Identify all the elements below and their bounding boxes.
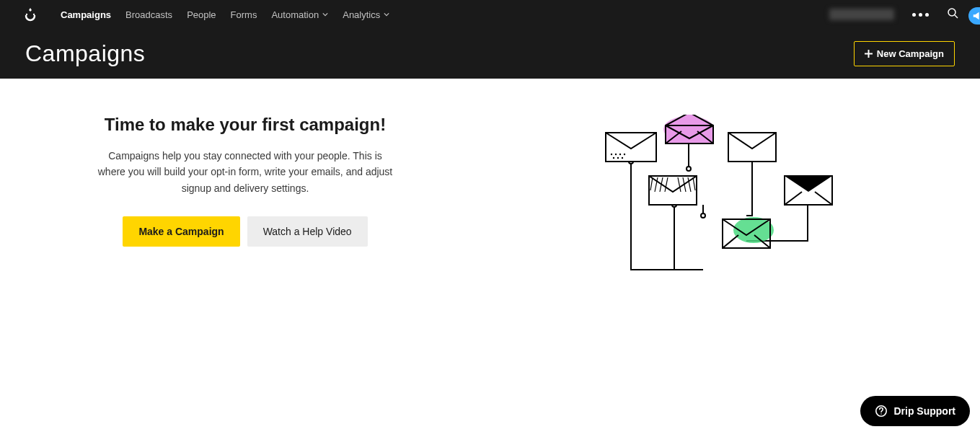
watch-video-button[interactable]: Watch a Help Video — [247, 216, 368, 247]
search-button[interactable] — [947, 7, 958, 22]
empty-description: Campaigns help you stay connected with y… — [94, 148, 397, 196]
svg-point-0 — [26, 14, 27, 15]
svg-point-18 — [623, 154, 624, 155]
main-nav: Campaigns Broadcasts People Forms Automa… — [61, 9, 389, 20]
svg-point-36 — [881, 413, 882, 414]
nav-forms[interactable]: Forms — [231, 9, 257, 20]
svg-point-20 — [617, 157, 618, 159]
empty-heading: Time to make your first campaign! — [29, 115, 462, 135]
nav-automation[interactable]: Automation — [271, 9, 328, 20]
nav-people[interactable]: People — [187, 9, 216, 20]
subheader: Campaigns New Campaign — [0, 29, 980, 79]
svg-rect-22 — [666, 125, 713, 144]
plus-icon — [865, 50, 873, 58]
svg-point-15 — [610, 154, 612, 155]
megaphone-icon — [972, 11, 980, 21]
announcement-bubble[interactable] — [968, 7, 980, 25]
help-icon — [875, 405, 888, 418]
svg-point-21 — [621, 157, 622, 159]
svg-point-19 — [612, 157, 614, 159]
support-button[interactable]: Drip Support — [860, 396, 970, 426]
nav-broadcasts[interactable]: Broadcasts — [125, 9, 172, 20]
more-menu[interactable] — [912, 13, 929, 17]
svg-point-1 — [33, 14, 35, 15]
svg-point-17 — [619, 154, 620, 155]
svg-point-2 — [948, 9, 955, 16]
cta-row: Make a Campaign Watch a Help Video — [29, 216, 462, 247]
svg-line-3 — [955, 15, 958, 18]
nav-campaigns[interactable]: Campaigns — [61, 9, 111, 20]
drip-logo[interactable] — [22, 6, 39, 23]
search-icon — [947, 7, 958, 19]
main-content: Time to make your first campaign! Campai… — [0, 79, 980, 281]
empty-illustration — [490, 115, 951, 281]
chevron-down-icon — [322, 12, 328, 17]
svg-point-9 — [701, 213, 705, 218]
topbar-right — [829, 7, 958, 22]
svg-point-7 — [687, 167, 691, 171]
topbar: Campaigns Broadcasts People Forms Automa… — [0, 0, 980, 29]
make-campaign-button[interactable]: Make a Campaign — [123, 216, 239, 247]
new-campaign-button[interactable]: New Campaign — [854, 41, 955, 66]
app-header: Campaigns Broadcasts People Forms Automa… — [0, 0, 980, 79]
nav-analytics[interactable]: Analytics — [343, 9, 389, 20]
empty-state: Time to make your first campaign! Campai… — [29, 115, 462, 281]
page-title: Campaigns — [25, 40, 145, 67]
account-name[interactable] — [829, 9, 894, 20]
chevron-down-icon — [384, 12, 389, 17]
svg-point-16 — [614, 154, 616, 155]
